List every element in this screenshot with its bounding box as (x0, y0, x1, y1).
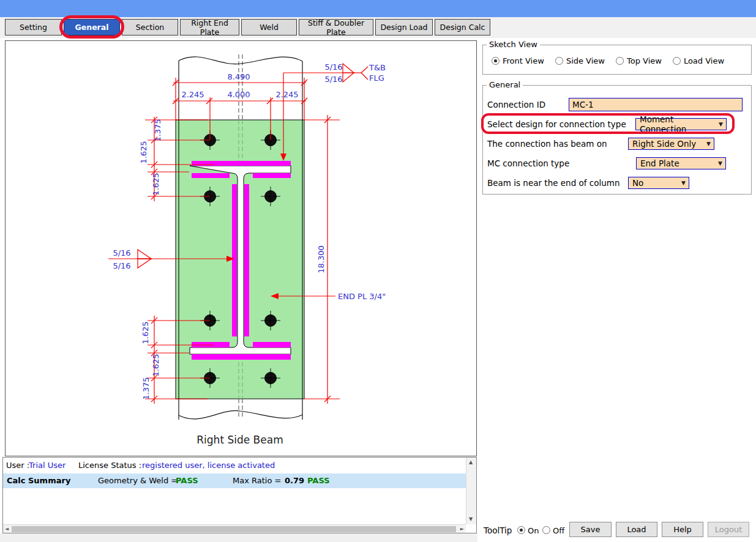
radio-front-view-icon[interactable] (492, 57, 500, 65)
radio-top-view-label: Top View (627, 56, 662, 65)
design-type-value: Moment Connection (640, 114, 715, 134)
user-label: User : (6, 461, 29, 470)
calc-summary-title: Calc Summary (7, 473, 70, 488)
dropdown-arrow-icon: ▼ (715, 121, 723, 127)
sketch-view-title: Sketch View (487, 40, 540, 49)
logout-button[interactable]: Logout (708, 522, 749, 537)
help-button[interactable]: Help (662, 522, 703, 537)
geometry-weld-result: PASS (176, 473, 198, 488)
geometry-weld-label: Geometry & Weld = (98, 473, 178, 488)
tooltip-label: ToolTip (484, 525, 512, 535)
near-end-value: No (632, 178, 643, 188)
tooltip-on-label: On (528, 526, 539, 535)
tooltip-off-radio[interactable] (542, 526, 550, 534)
horizontal-scroll-thumb[interactable] (12, 526, 456, 532)
tab-stiff-doubler-plate[interactable]: Stiff & Doubler Plate (299, 19, 373, 35)
status-vertical-scrollbar[interactable]: ▲ ▼ (466, 458, 476, 524)
tab-general[interactable]: General (64, 19, 120, 35)
design-type-select[interactable]: Moment Connection ▼ (635, 118, 727, 130)
weld-size-flange-top: 5/16 (324, 62, 342, 72)
tab-design-calc[interactable]: Design Calc (435, 19, 490, 35)
weld-size-web-bottom: 5/16 (113, 261, 130, 270)
save-button[interactable]: Save (569, 522, 612, 537)
radio-load-view[interactable]: Load View (673, 56, 724, 65)
tab-design-load[interactable]: Design Load (375, 19, 433, 35)
weld-size-web-top: 5/16 (113, 248, 130, 258)
user-name: Trial User (29, 461, 65, 470)
tab-right-end-plate[interactable]: Right End Plate (180, 19, 239, 35)
dropdown-arrow-icon: ▼ (703, 141, 711, 147)
radio-side-view[interactable]: Side View (555, 56, 605, 65)
scroll-up-icon[interactable]: ▲ (469, 460, 473, 465)
tab-bar: Setting General Section Right End Plate … (5, 19, 490, 35)
connection-id-input[interactable] (569, 98, 743, 111)
dim-edge-top: 1.375 (153, 119, 162, 141)
dropdown-arrow-icon: ▼ (678, 180, 686, 186)
dim-total-width: 8.490 (227, 72, 250, 81)
tab-section[interactable]: Section (122, 19, 178, 35)
radio-front-view[interactable]: Front View (492, 56, 544, 65)
max-ratio-result: PASS (307, 473, 330, 488)
dim-pitch-1: 1.625 (139, 141, 148, 163)
drawing-caption: Right Side Beam (196, 434, 283, 446)
window-titlebar (0, 0, 756, 17)
near-end-select[interactable]: No ▼ (628, 177, 689, 189)
beam-side-select[interactable]: Right Side Only ▼ (628, 138, 714, 150)
dim-pitch-4: 1.625 (151, 354, 160, 376)
radio-load-view-icon[interactable] (673, 57, 681, 65)
radio-side-view-icon[interactable] (555, 57, 563, 65)
scroll-down-icon[interactable]: ▼ (469, 517, 473, 522)
dim-edge-bottom: 1.375 (141, 377, 151, 399)
general-groupbox: General Connection ID Select design for … (482, 85, 752, 195)
radio-top-view[interactable]: Top View (616, 56, 662, 65)
design-type-label: Select design for connection type (487, 119, 626, 129)
sketch-drawing: 8.490 2.245 4.000 2.245 5/16 5/16 T&B FL… (6, 41, 476, 456)
scrollbar-corner (466, 524, 476, 533)
sketch-view-options: Front View Side View Top View Load View (492, 56, 724, 65)
general-title: General (487, 80, 523, 89)
license-text: registered user, license activated (142, 461, 275, 470)
sketch-view-groupbox: Sketch View Front View Side View Top Vie… (482, 45, 752, 75)
dropdown-arrow-icon: ▼ (714, 160, 722, 166)
status-horizontal-scrollbar[interactable]: ◄ ► (3, 524, 466, 533)
near-end-label: Beam is near the end of column (487, 178, 620, 188)
dim-pitch-3: 1.625 (141, 321, 150, 344)
load-button[interactable]: Load (616, 522, 657, 537)
dim-center-gage: 4.000 (227, 90, 250, 99)
status-panel: User : Trial User License Status : regis… (2, 457, 477, 533)
bottom-strip (0, 533, 477, 542)
mc-type-value: End Plate (640, 158, 679, 168)
max-ratio-value: 0.79 (285, 473, 304, 488)
radio-front-view-label: Front View (503, 56, 544, 65)
tooltip-off-label: Off (553, 526, 564, 535)
tooltip-on-radio[interactable] (517, 526, 525, 534)
dim-plate-height: 18.300 (316, 245, 326, 273)
dim-left-gage: 2.245 (181, 90, 204, 99)
tab-setting[interactable]: Setting (5, 19, 62, 35)
max-ratio-label: Max Ratio = (233, 473, 281, 488)
beam-side-value: Right Side Only (632, 139, 696, 149)
mc-type-select[interactable]: End Plate ▼ (636, 157, 726, 169)
end-plate-label: END PL 3/4" (338, 292, 386, 301)
radio-side-view-label: Side View (566, 56, 605, 65)
radio-load-view-label: Load View (684, 56, 724, 65)
tab-weld[interactable]: Weld (241, 19, 297, 35)
connection-id-label: Connection ID (487, 100, 545, 110)
scroll-right-icon[interactable]: ► (460, 527, 464, 532)
mc-type-label: MC connection type (487, 158, 569, 168)
sketch-canvas: 8.490 2.245 4.000 2.245 5/16 5/16 T&B FL… (5, 40, 477, 456)
radio-top-view-icon[interactable] (616, 57, 624, 65)
weld-size-flange-bottom: 5/16 (324, 75, 342, 84)
weld-note-tb: T&B (369, 63, 386, 72)
scroll-left-icon[interactable]: ◄ (5, 527, 9, 532)
calc-summary-row: Calc Summary Geometry & Weld = PASS Max … (3, 473, 466, 488)
license-label: License Status : (78, 461, 141, 470)
weld-note-flg: FLG (369, 73, 384, 83)
dim-right-gage: 2.245 (275, 90, 298, 99)
dim-pitch-2: 1.625 (151, 173, 160, 195)
beam-side-label: The connection has beam on (487, 139, 607, 149)
